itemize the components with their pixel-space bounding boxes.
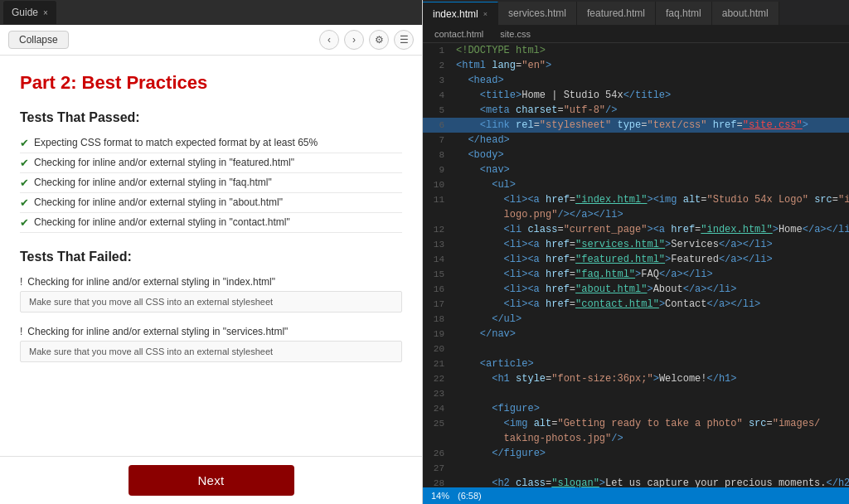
line-content: <article> [451,356,849,371]
next-button[interactable]: Next [129,465,294,496]
check-icon: ✔ [20,196,29,209]
line-number: 1 [423,43,451,58]
code-line: 7 </head> [423,133,849,148]
code-line: 17 <li><a href="contact.html">Contact</a… [423,297,849,312]
code-line: 20 [423,342,849,356]
check-icon: ✔ [20,137,29,149]
passed-item-text: Expecting CSS format to match expected f… [34,137,318,148]
line-content: <li><a href="index.html"><img alt="Studi… [451,192,849,207]
next-btn-bar: Next [0,456,422,504]
line-content: <li class="current_page"><a href="index.… [451,222,849,237]
code-line: 6 <link rel="stylesheet" type="text/css"… [423,118,849,133]
menu-icon[interactable]: ☰ [394,30,414,50]
failed-item-text: Checking for inline and/or external styl… [27,326,288,337]
failed-group: ! Checking for inline and/or external st… [20,322,402,362]
line-number: 10 [423,177,451,192]
collapse-button[interactable]: Collapse [8,31,69,49]
code-line: 26 </figure> [423,446,849,461]
line-content: <meta charset="utf-8"/> [451,103,849,118]
code-line: 1<!DOCTYPE html> [423,43,849,58]
editor-tab-featured_html[interactable]: featured.html [577,2,656,25]
failed-msg: Make sure that you move all CSS into an … [20,291,402,313]
code-line: 15 <li><a href="faq.html">FAQ</a></li> [423,267,849,282]
exclaim-icon: ! [20,326,22,337]
line-number: 2 [423,58,451,73]
line-content: <ul> [451,177,849,192]
editor-subtabs: contact.htmlsite.css [423,25,849,43]
line-number: 8 [423,148,451,162]
passed-item: ✔Checking for inline and/or external sty… [20,153,402,173]
prev-icon[interactable]: ‹ [319,30,339,50]
line-content: <img alt="Getting ready to take a photo"… [451,416,849,431]
line-content: <li><a href="contact.html">Contact</a></… [451,297,849,312]
guide-tab-close[interactable]: × [43,8,48,17]
line-number: 24 [423,401,451,416]
line-content: <link rel="stylesheet" type="text/css" h… [451,118,849,133]
header-icons: ‹ › ⚙ ☰ [319,30,414,50]
editor-tab-faq_html[interactable]: faq.html [656,2,712,25]
line-number: 9 [423,162,451,177]
editor-tab-index_html[interactable]: index.html× [423,2,498,25]
editor-tab-services_html[interactable]: services.html [498,2,577,25]
code-line: logo.png"/></a></li> [423,207,849,222]
code-line: 19 </nav> [423,327,849,342]
line-number: 16 [423,282,451,297]
line-number: 11 [423,192,451,207]
tab-label: featured.html [587,7,645,19]
left-panel: Guide × Collapse ‹ › ⚙ ☰ Part 2: Best Pr… [0,0,423,504]
line-content: <figure> [451,401,849,416]
editor-area[interactable]: 1<!DOCTYPE html>2<html lang="en">3 <head… [423,43,849,487]
passed-item: ✔Checking for inline and/or external sty… [20,173,402,193]
code-line: 3 <head> [423,73,849,88]
passed-item-text: Checking for inline and/or external styl… [34,157,294,168]
code-line: 10 <ul> [423,177,849,192]
status-percent: 14% [431,491,449,501]
line-content: taking-photos.jpg"/> [451,431,849,446]
code-line: 8 <body> [423,148,849,162]
passed-items-list: ✔Expecting CSS format to match expected … [20,133,402,233]
line-number: 25 [423,416,451,431]
passed-item: ✔Checking for inline and/or external sty… [20,213,402,233]
line-number: 20 [423,342,451,356]
failed-group: ! Checking for inline and/or external st… [20,273,402,313]
line-number: 4 [423,88,451,103]
passed-item-text: Checking for inline and/or external styl… [34,216,290,228]
line-content: <title>Home | Studio 54x</title> [451,88,849,103]
status-position: (6:58) [458,491,482,501]
editor-subtab-site_css[interactable]: site.css [492,26,539,42]
code-line: 22 <h1 style="font-size:36px;">Welcome!<… [423,371,849,386]
code-line: 13 <li><a href="services.html">Services<… [423,237,849,252]
failed-msg: Make sure that you move all CSS into an … [20,341,402,362]
code-line: 9 <nav> [423,162,849,177]
guide-tab[interactable]: Guide × [3,1,56,24]
line-content: <nav> [451,162,849,177]
tab-close-icon[interactable]: × [483,10,488,18]
line-number: 3 [423,73,451,88]
guide-content: Part 2: Best Practices Tests That Passed… [0,56,422,456]
exclaim-icon: ! [20,276,22,288]
code-line: 4 <title>Home | Studio 54x</title> [423,88,849,103]
code-line: 5 <meta charset="utf-8"/> [423,103,849,118]
code-line: 24 <figure> [423,401,849,416]
editor-statusbar: 14% (6:58) [423,487,849,504]
line-content: <head> [451,73,849,88]
line-content: </nav> [451,327,849,342]
code-line: 16 <li><a href="about.html">About</a></l… [423,282,849,297]
code-line: 12 <li class="current_page"><a href="ind… [423,222,849,237]
line-number: 21 [423,356,451,371]
code-line: 27 [423,461,849,476]
check-icon: ✔ [20,157,29,169]
editor-subtab-contact_html[interactable]: contact.html [426,26,492,42]
tab-label: faq.html [666,7,701,19]
failed-label: ! Checking for inline and/or external st… [20,322,402,341]
line-number: 26 [423,446,451,461]
code-line: 25 <img alt="Getting ready to take a pho… [423,416,849,431]
passed-item: ✔Checking for inline and/or external sty… [20,193,402,213]
editor-tab-about_html[interactable]: about.html [712,2,779,25]
failed-item-text: Checking for inline and/or external styl… [27,276,275,288]
settings-icon[interactable]: ⚙ [369,30,389,50]
next-icon[interactable]: › [344,30,364,50]
code-line: 14 <li><a href="featured.html">Featured<… [423,252,849,267]
line-content: <body> [451,148,849,162]
line-number: 27 [423,461,451,476]
